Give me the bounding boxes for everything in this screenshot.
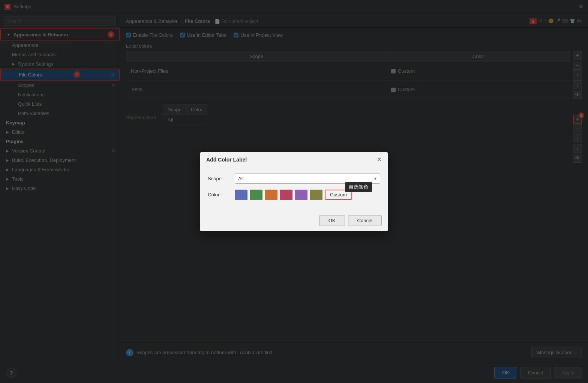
modal-title: Add Color Label [206, 157, 247, 163]
color-field-label: Color: [208, 192, 230, 197]
modal-overlay[interactable]: Add Color Label ✕ Scope: All ▼ Color: [0, 0, 588, 383]
color-swatches: Custom [235, 190, 352, 200]
modal-close-button[interactable]: ✕ [377, 157, 382, 163]
swatch-purple[interactable] [295, 190, 308, 200]
custom-color-tooltip: 自选颜色 [345, 182, 372, 192]
modal-header: Add Color Label ✕ [200, 152, 388, 166]
swatch-olive[interactable] [310, 190, 322, 200]
scope-field-label: Scope: [208, 176, 230, 181]
modal-ok-button[interactable]: OK [319, 215, 345, 226]
modal-cancel-button[interactable]: Cancel [348, 215, 382, 226]
modal-footer: OK Cancel [200, 212, 388, 231]
swatch-green[interactable] [250, 190, 262, 200]
swatch-blue[interactable] [235, 190, 248, 200]
swatch-orange[interactable] [265, 190, 278, 200]
swatch-pink[interactable] [280, 190, 292, 200]
tooltip-wrapper: 4 自选颜色 [345, 184, 352, 190]
